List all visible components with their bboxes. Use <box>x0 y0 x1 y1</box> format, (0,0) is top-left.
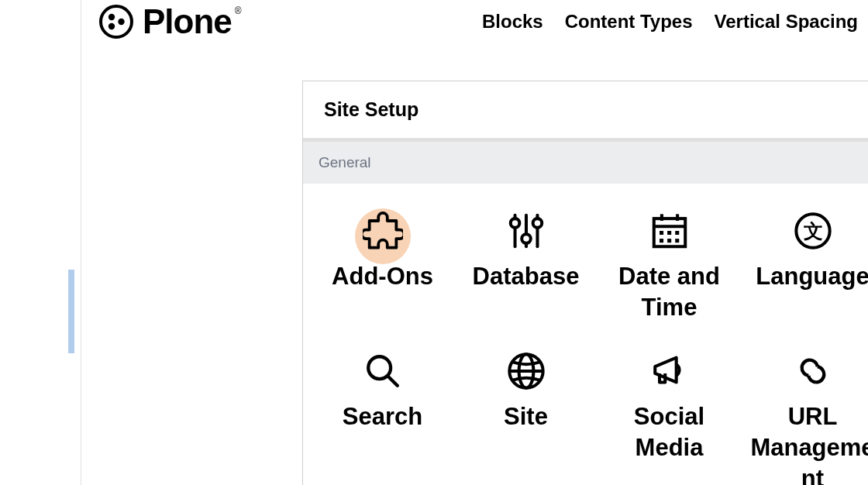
tile-url-management[interactable]: URL Management <box>741 347 868 485</box>
link-icon <box>793 351 833 391</box>
top-nav: Blocks Content Types Vertical Spacing <box>482 11 868 33</box>
nav-vertical-spacing[interactable]: Vertical Spacing <box>715 11 858 33</box>
nav-content-types[interactable]: Content Types <box>565 11 693 33</box>
svg-point-9 <box>532 218 542 228</box>
tile-label: Language <box>756 261 868 292</box>
svg-point-2 <box>118 19 124 25</box>
logo[interactable]: Plone ® <box>99 2 250 41</box>
tile-label: URL Management <box>744 401 868 485</box>
language-icon: 文 <box>793 211 833 251</box>
svg-rect-16 <box>675 231 679 235</box>
header: Plone ® Blocks Content Types Vertical Sp… <box>99 0 868 43</box>
left-accent-bar <box>68 270 74 353</box>
tile-label: Site <box>504 401 548 432</box>
tile-social-media[interactable]: Social Media <box>598 347 741 485</box>
globe-icon <box>506 351 546 391</box>
trademark-icon: ® <box>235 5 242 16</box>
svg-point-7 <box>522 234 531 243</box>
svg-point-1 <box>108 14 115 20</box>
sliders-icon <box>506 211 546 251</box>
tile-language[interactable]: 文 Language <box>741 207 868 324</box>
calendar-icon <box>649 211 690 251</box>
nav-blocks[interactable]: Blocks <box>482 11 543 33</box>
tile-label: Date and Time <box>601 261 738 324</box>
plone-logo-icon <box>99 5 133 39</box>
svg-line-23 <box>388 377 398 386</box>
site-setup-panel: Site Setup General Add-Ons <box>302 81 868 485</box>
svg-text:文: 文 <box>803 221 822 242</box>
tile-search[interactable]: Search <box>311 347 454 485</box>
svg-point-3 <box>108 23 115 29</box>
section-general: General <box>303 142 868 184</box>
svg-rect-17 <box>660 239 663 242</box>
tile-site[interactable]: Site <box>454 347 598 485</box>
left-divider <box>81 0 81 485</box>
svg-rect-19 <box>675 239 679 242</box>
tile-grid: Add-Ons Database <box>303 184 868 485</box>
svg-rect-18 <box>667 239 671 242</box>
puzzle-icon <box>363 211 403 251</box>
tile-label: Social Media <box>601 401 738 464</box>
svg-rect-14 <box>660 231 663 235</box>
tile-database[interactable]: Database <box>454 207 598 324</box>
brand-name: Plone <box>143 2 232 41</box>
search-icon <box>363 351 403 391</box>
tile-add-ons[interactable]: Add-Ons <box>311 207 454 324</box>
tile-label: Add-Ons <box>332 261 433 292</box>
svg-rect-15 <box>667 231 671 235</box>
tile-label: Search <box>343 401 422 432</box>
megaphone-icon <box>649 351 690 391</box>
tile-date-time[interactable]: Date and Time <box>598 207 741 324</box>
svg-point-5 <box>510 218 519 228</box>
tile-label: Database <box>473 261 580 292</box>
svg-point-0 <box>101 6 132 37</box>
panel-title: Site Setup <box>303 81 868 142</box>
